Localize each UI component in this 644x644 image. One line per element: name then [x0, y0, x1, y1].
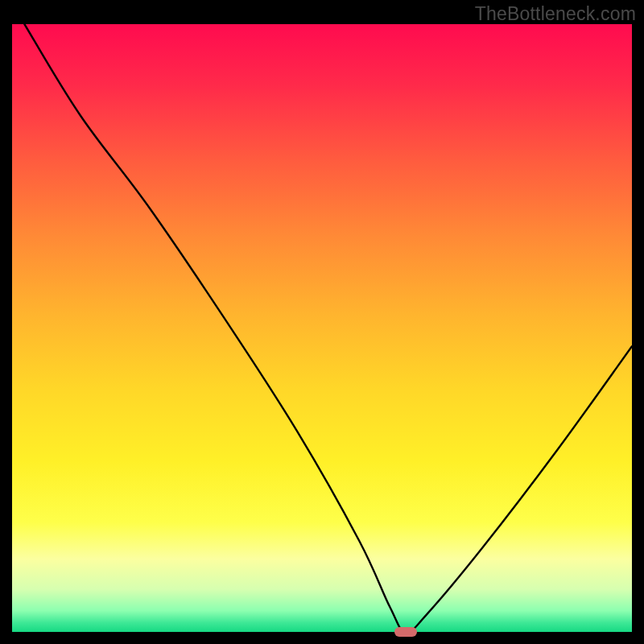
bottleneck-curve	[12, 24, 632, 632]
optimal-marker	[394, 627, 417, 637]
plot-area	[12, 24, 632, 632]
chart-container: TheBottleneck.com	[0, 0, 644, 644]
watermark-text: TheBottleneck.com	[475, 3, 636, 25]
